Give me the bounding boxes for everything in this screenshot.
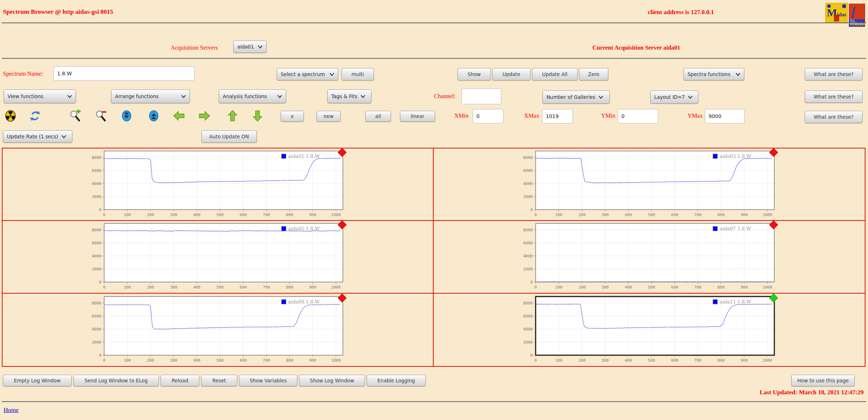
what-are-these-button-1[interactable]: What are these?: [805, 68, 863, 80]
x-button[interactable]: x: [281, 111, 304, 122]
xmax-input[interactable]: [542, 109, 573, 123]
svg-text:1000: 1000: [763, 358, 773, 363]
xmin-input[interactable]: [473, 109, 503, 123]
svg-text:100: 100: [555, 358, 562, 363]
tcl-feather-icon: ſ: [851, 5, 855, 18]
svg-text:0: 0: [530, 353, 533, 358]
svg-text:800: 800: [718, 358, 725, 363]
svg-text:100: 100: [555, 285, 562, 290]
ymax-input[interactable]: [705, 109, 745, 123]
spectrum-name-input[interactable]: [54, 66, 195, 81]
svg-text:0: 0: [99, 353, 101, 358]
svg-text:300: 300: [170, 213, 177, 217]
svg-text:600: 600: [240, 358, 247, 363]
channel-label: Channel:: [434, 93, 456, 100]
acquisition-server-select[interactable]: aida01: [233, 41, 267, 53]
zoom-out-icon[interactable]: [94, 110, 107, 122]
collapse-down-icon[interactable]: [120, 110, 133, 122]
zoom-in-icon[interactable]: [69, 110, 81, 122]
spectrum-plot-aida07[interactable]: 0200040006000800001002003004005006007008…: [520, 222, 778, 291]
reset-button[interactable]: Reset: [201, 375, 237, 386]
view-functions-dropdown[interactable]: View functions: [4, 89, 76, 103]
analysis-functions-dropdown[interactable]: Analysis functions: [219, 89, 286, 103]
svg-text:900: 900: [309, 213, 316, 217]
send-log-window-to-elog-button[interactable]: Send Log Window to ELog: [73, 375, 159, 386]
arrow-left-icon[interactable]: [173, 110, 185, 122]
tags-fits-dropdown[interactable]: Tags & Fits: [327, 89, 371, 103]
show-button[interactable]: Show: [458, 68, 491, 80]
what-are-these-button-2[interactable]: What are these?: [805, 91, 863, 103]
ymin-label: YMin: [601, 112, 615, 119]
radiation-icon[interactable]: [4, 110, 17, 122]
svg-text:200: 200: [578, 285, 586, 290]
svg-text:800: 800: [286, 285, 293, 290]
arrow-right-icon[interactable]: [198, 110, 210, 122]
spectrum-plot-aida05[interactable]: 0200040006000800001002003004005006007008…: [89, 222, 346, 291]
svg-text:500: 500: [216, 285, 224, 290]
show-log-window-button[interactable]: Show Log Window: [299, 375, 365, 386]
chevron-down-icon: [67, 95, 72, 98]
svg-text:700: 700: [694, 358, 702, 363]
last-updated-text: Last Updated: March 18, 2021 12:47:29: [760, 389, 864, 396]
how-to-use-this-page-button[interactable]: How to use this page: [791, 375, 855, 386]
svg-text:700: 700: [694, 285, 702, 290]
svg-text:8000: 8000: [92, 228, 102, 232]
all-button[interactable]: all: [365, 111, 391, 122]
client-address: client address is 127.0.0.1: [648, 9, 714, 16]
gallery-cell: 0200040006000800001002003004005006007008…: [434, 148, 865, 221]
svg-text:600: 600: [671, 285, 678, 290]
svg-text:300: 300: [601, 358, 609, 363]
spectrum-plot-aida01[interactable]: 0200040006000800001002003004005006007008…: [89, 150, 346, 219]
new-button[interactable]: new: [316, 111, 341, 122]
divider: [2, 22, 866, 24]
svg-text:1000: 1000: [331, 358, 341, 363]
svg-text:300: 300: [601, 213, 609, 217]
spectra-functions-dropdown[interactable]: Spectra functions: [684, 68, 744, 80]
svg-text:2000: 2000: [92, 194, 102, 199]
spectrum-browser-page: Spectrum Browser @ http aidas-gsi 8015 c…: [0, 0, 868, 420]
svg-text:600: 600: [671, 358, 678, 363]
home-link[interactable]: Home: [4, 407, 19, 414]
layout-id-dropdown[interactable]: Layout ID=7: [650, 91, 698, 104]
update-button[interactable]: Update: [492, 68, 531, 80]
svg-text:800: 800: [718, 213, 725, 217]
spectrum-plot-aida09[interactable]: 0200040006000800001002003004005006007008…: [89, 295, 346, 365]
svg-text:8000: 8000: [523, 155, 533, 160]
spectrum-plot-aida03[interactable]: 0200040006000800001002003004005006007008…: [520, 150, 778, 219]
svg-text:400: 400: [193, 358, 200, 363]
gallery-cell: 0200040006000800001002003004005006007008…: [434, 294, 865, 366]
show-variables-button[interactable]: Show Variables: [239, 375, 297, 386]
update-all-button[interactable]: Update All: [532, 68, 578, 80]
arrow-down-icon[interactable]: [251, 110, 264, 122]
ymin-input[interactable]: [618, 109, 658, 123]
collapse-up-icon[interactable]: [148, 110, 160, 122]
svg-text:100: 100: [124, 358, 131, 363]
spectrum-plot-aida11[interactable]: 0200040006000800001002003004005006007008…: [520, 295, 778, 365]
svg-text:8000: 8000: [523, 301, 533, 306]
svg-text:aida05 1.8.W: aida05 1.8.W: [288, 226, 320, 231]
svg-text:0: 0: [103, 285, 106, 290]
update-rate-dropdown[interactable]: Update Rate (1 secs): [3, 130, 72, 143]
channel-input[interactable]: [461, 88, 501, 104]
svg-text:200: 200: [147, 358, 154, 363]
multi-button[interactable]: multi: [341, 68, 374, 80]
empty-log-window-button[interactable]: Empty Log Window: [3, 375, 72, 386]
arrow-up-icon[interactable]: [226, 110, 239, 122]
svg-text:1000: 1000: [331, 285, 341, 290]
svg-text:100: 100: [124, 285, 131, 290]
select-spectrum-dropdown[interactable]: Select a spectrum: [277, 68, 338, 80]
enable-logging-button[interactable]: Enable Logging: [367, 375, 426, 386]
zero-button[interactable]: Zero: [579, 68, 608, 80]
refresh-icon[interactable]: [29, 110, 41, 122]
svg-text:6000: 6000: [92, 168, 102, 173]
svg-text:900: 900: [741, 285, 748, 290]
arrange-functions-dropdown[interactable]: Arrange functions: [111, 89, 190, 103]
reload-button[interactable]: Reload: [161, 375, 199, 386]
svg-text:1000: 1000: [331, 213, 341, 217]
auto-update-button[interactable]: Auto Update ON: [201, 130, 257, 143]
number-of-galleries-dropdown[interactable]: Number of Galleries: [542, 91, 610, 104]
linear-button[interactable]: linear: [400, 111, 435, 122]
number-of-galleries-label: Number of Galleries: [546, 94, 595, 100]
what-are-these-button-3[interactable]: What are these?: [805, 111, 863, 123]
chevron-down-icon: [181, 95, 186, 98]
